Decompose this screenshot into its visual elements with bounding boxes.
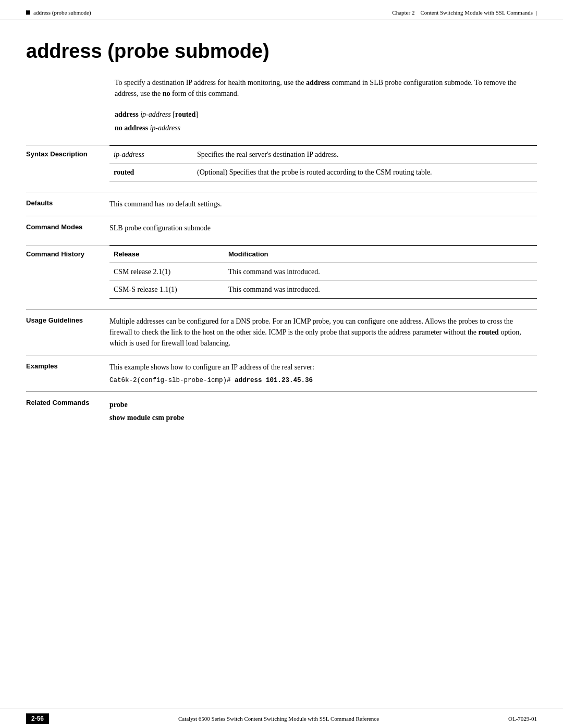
related-command-show: show module csm probe: [109, 411, 537, 424]
defaults-content: This command has no default settings.: [109, 199, 537, 209]
main-content: address (probe submode) To specify a des…: [0, 19, 563, 473]
history-release-1: CSM release 2.1(1): [109, 263, 224, 280]
page-title: address (probe submode): [26, 40, 537, 63]
syntax-term-ip: ip-address: [109, 146, 193, 164]
related-command-probe: probe: [109, 398, 537, 411]
syntax-line-1: address ip-address [routed]: [115, 110, 537, 119]
syntax-address-bold: address: [115, 110, 139, 118]
syntax-description-label: Syntax Description: [26, 145, 109, 181]
intro-paragraph: To specify a destination IP address for …: [115, 77, 537, 99]
syntax-term-routed: routed: [109, 164, 193, 181]
syntax-table: ip-address Specifies the real server's d…: [109, 145, 537, 181]
syntax-ip-italic: ip-address: [139, 110, 171, 118]
table-row: CSM release 2.1(1) This command was intr…: [109, 263, 537, 280]
syntax-no-ip-italic: ip-address: [148, 124, 180, 132]
header-chapter-title: Content Switching Module with SSL Comman…: [420, 9, 533, 16]
usage-guidelines-content: Multiple addresses can be configured for…: [109, 316, 537, 349]
examples-intro: This example shows how to configure an I…: [109, 362, 537, 373]
page-footer: 2-56 Catalyst 6500 Series Switch Content…: [0, 709, 563, 728]
command-history-section: Command History Release Modification CSM…: [26, 245, 537, 299]
intro-text3: form of this command.: [170, 90, 239, 97]
related-commands-section: Related Commands probe show module csm p…: [26, 391, 537, 430]
header-right: Chapter 2 Content Switching Module with …: [392, 9, 537, 16]
syntax-desc-ip: Specifies the real server's destination …: [193, 146, 537, 164]
page-header: address (probe submode) Chapter 2 Conten…: [0, 0, 563, 19]
page: address (probe submode) Chapter 2 Conten…: [0, 0, 563, 728]
examples-label: Examples: [26, 362, 109, 386]
usage-routed-bold: routed: [479, 328, 499, 336]
usage-guidelines-section: Usage Guidelines Multiple addresses can …: [26, 309, 537, 355]
code-command: address 101.23.45.36: [235, 377, 313, 384]
command-modes-section: Command Modes SLB probe configuration su…: [26, 216, 537, 240]
header-page-label: address (probe submode): [33, 9, 91, 16]
footer-page-number: 2-56: [26, 713, 49, 724]
defaults-label: Defaults: [26, 199, 109, 209]
table-row: ip-address Specifies the real server's d…: [109, 146, 537, 164]
syntax-no-bold: no address: [115, 124, 148, 132]
syntax-description-content: ip-address Specifies the real server's d…: [109, 145, 537, 181]
examples-section: Examples This example shows how to confi…: [26, 355, 537, 392]
command-history-content: Release Modification CSM release 2.1(1) …: [109, 245, 537, 299]
usage-guidelines-label: Usage Guidelines: [26, 316, 109, 349]
code-prefix: Cat6k-2(config-slb-probe-icmp)#: [109, 377, 235, 384]
intro-bold-address: address: [306, 79, 330, 87]
footer-center-text: Catalyst 6500 Series Switch Content Swit…: [49, 715, 508, 722]
history-release-2: CSM-S release 1.1(1): [109, 280, 224, 298]
history-header-row: Release Modification: [109, 246, 537, 263]
syntax-desc-routed: (Optional) Specifies that the probe is r…: [193, 164, 537, 181]
table-row: CSM-S release 1.1(1) This command was in…: [109, 280, 537, 298]
history-col-modification: Modification: [224, 246, 537, 263]
header-left: address (probe submode): [26, 9, 91, 16]
intro-bold-no: no: [163, 90, 170, 97]
related-commands-content: probe show module csm probe: [109, 398, 537, 424]
history-mod-1: This command was introduced.: [224, 263, 537, 280]
command-modes-content: SLB probe configuration submode: [109, 223, 537, 233]
command-modes-label: Command Modes: [26, 223, 109, 233]
related-commands-label: Related Commands: [26, 398, 109, 424]
header-square-icon: [26, 10, 30, 15]
history-col-release: Release: [109, 246, 224, 263]
examples-code: Cat6k-2(config-slb-probe-icmp)# address …: [109, 376, 537, 386]
footer-doc-number: OL-7029-01: [508, 715, 537, 722]
history-mod-2: This command was introduced.: [224, 280, 537, 298]
syntax-bracket: [routed]: [171, 110, 198, 118]
defaults-section: Defaults This command has no default set…: [26, 192, 537, 216]
history-table: Release Modification CSM release 2.1(1) …: [109, 245, 537, 299]
table-row: routed (Optional) Specifies that the pro…: [109, 164, 537, 181]
examples-content: This example shows how to configure an I…: [109, 362, 537, 386]
syntax-line-2: no address ip-address: [115, 124, 537, 132]
intro-text1: To specify a destination IP address for …: [115, 79, 306, 87]
header-chapter: Chapter 2: [392, 9, 414, 16]
command-history-label: Command History: [26, 245, 109, 299]
syntax-description-section: Syntax Description ip-address Specifies …: [26, 145, 537, 181]
